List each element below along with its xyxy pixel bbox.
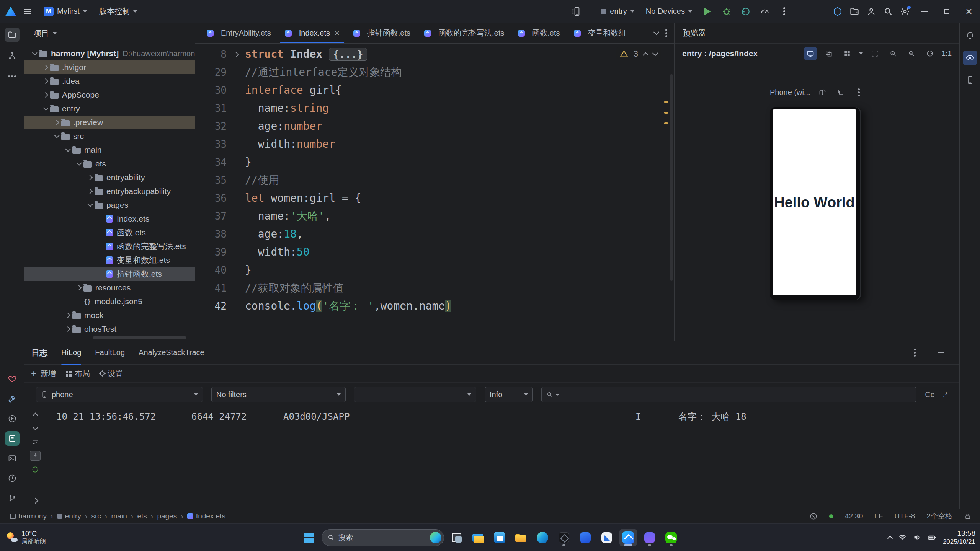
log-entries[interactable]: 10-21 13:56:46.5726644-24772A03d00/JSAPP… [46, 406, 959, 509]
code-text[interactable]: width:50 [245, 246, 310, 258]
device-assistant-icon[interactable] [963, 73, 977, 87]
previewer-header[interactable]: 预览器 [675, 23, 959, 44]
project-panel-header[interactable]: 项目 [24, 23, 195, 44]
version-control-tool-icon[interactable] [5, 491, 20, 505]
inspection-widget[interactable]: 3 [616, 47, 661, 60]
tree-item[interactable]: 函数.ets [24, 226, 195, 240]
problems-tool-icon[interactable] [5, 471, 20, 486]
settings-gear-icon[interactable] [897, 3, 913, 20]
notifications-bell-icon[interactable] [963, 28, 977, 43]
terminal-tool-icon[interactable] [5, 451, 20, 466]
tree-chevron-icon[interactable] [41, 74, 50, 88]
tree-item[interactable]: src [24, 129, 195, 143]
tree-chevron-icon[interactable] [30, 47, 39, 60]
project-tool-icon[interactable] [5, 28, 20, 42]
module-selector[interactable]: entry [596, 4, 639, 19]
close-button[interactable]: × [958, 0, 980, 23]
hilog-tool-icon[interactable] [5, 431, 20, 446]
volume-icon[interactable] [913, 533, 921, 541]
minimize-button[interactable] [913, 0, 936, 23]
breadcrumb-item[interactable]: entry [57, 512, 81, 520]
tree-item[interactable]: main [24, 143, 195, 157]
code-text[interactable]: interface girl{ [245, 84, 342, 96]
taskbar-app-indigo-app[interactable] [641, 529, 658, 546]
vcs-widget[interactable]: 版本控制 [95, 4, 142, 19]
zoom-in-icon[interactable] [905, 47, 918, 60]
code-editor[interactable]: 8struct Index {...}29//通过interface定义对象结构… [195, 44, 674, 341]
wifi-icon[interactable] [898, 533, 906, 541]
tree-item[interactable]: entrybackupability [24, 184, 195, 198]
breadcrumb-item[interactable]: src [91, 512, 101, 520]
tree-item[interactable]: {}module.json5 [24, 295, 195, 308]
debug-button[interactable] [718, 3, 735, 20]
code-text[interactable]: //通过interface定义对象结构 [245, 65, 402, 80]
log-options-icon[interactable] [908, 346, 921, 359]
previewer-tool-icon[interactable] [963, 51, 977, 65]
tree-chevron-icon[interactable] [74, 157, 83, 171]
code-text[interactable]: age:18, [245, 228, 303, 240]
taskbar-app-edge[interactable] [534, 529, 551, 546]
more-tool-windows-icon[interactable] [5, 69, 20, 83]
file-encoding[interactable]: UTF-8 [895, 512, 915, 520]
previous-issue-icon[interactable] [643, 52, 649, 58]
tree-chevron-icon[interactable] [63, 322, 72, 336]
copy-icon[interactable] [834, 86, 847, 99]
taskbar-clock[interactable]: 13:58 2025/10/21 [943, 529, 975, 546]
rotate-device-icon[interactable] [816, 86, 829, 99]
tree-chevron-icon[interactable] [85, 171, 95, 184]
gear-action-button[interactable]: 设置 [100, 368, 123, 379]
tree-item[interactable]: 变量和数组.ets [24, 253, 195, 267]
zoom-ratio[interactable]: 1:1 [942, 49, 952, 58]
device-file-browser-icon[interactable] [846, 3, 863, 20]
hot-reload-button[interactable] [737, 3, 754, 20]
device-options-icon[interactable] [853, 86, 866, 99]
plus-action-button[interactable]: 新增 [30, 368, 56, 379]
collapse-gutter-icon[interactable] [30, 496, 41, 505]
tree-item[interactable]: mock [24, 308, 195, 322]
taskbar-search[interactable]: 搜索 [322, 529, 444, 546]
more-actions-icon[interactable] [776, 3, 792, 20]
soft-wrap-icon[interactable] [30, 437, 41, 447]
taskbar-app-deveco-studio[interactable] [619, 529, 637, 546]
code-text[interactable]: //使用 [245, 173, 279, 187]
hidden-icons-chevron[interactable] [887, 536, 893, 541]
taskbar-app-task-view[interactable] [448, 529, 466, 546]
code-text[interactable]: width:number [245, 138, 335, 150]
tree-item[interactable]: ets [24, 157, 195, 171]
regex-toggle[interactable]: .* [943, 390, 948, 399]
tree-item[interactable]: pages [24, 198, 195, 212]
taskbar-app-store[interactable] [491, 529, 508, 546]
device-filter-select[interactable]: phone [36, 387, 203, 402]
tree-chevron-icon[interactable] [52, 116, 61, 129]
tab-options-icon[interactable] [665, 32, 667, 34]
tree-chevron-icon[interactable] [63, 143, 72, 157]
weather-widget[interactable]: 10°C 局部晴朗 [6, 530, 46, 545]
taskbar-app-folder[interactable] [512, 529, 530, 546]
start-button[interactable] [300, 529, 318, 546]
clear-log-icon[interactable] [30, 465, 41, 474]
tree-chevron-icon[interactable] [41, 102, 50, 116]
code-text[interactable]: age:number [245, 120, 322, 132]
tree-item[interactable]: .idea [24, 74, 195, 88]
run-button[interactable] [699, 3, 716, 20]
level-filter-select[interactable]: Info [485, 387, 533, 402]
next-issue-icon[interactable] [652, 50, 658, 56]
phone-screen[interactable]: Hello World [773, 109, 856, 295]
taskbar-app-white-app[interactable] [598, 529, 616, 546]
tree-item[interactable]: .hvigor [24, 60, 195, 74]
log-filter-select[interactable]: No filters [211, 387, 346, 402]
code-text[interactable]: } [245, 264, 252, 276]
code-text[interactable]: let women:girl = { [245, 192, 361, 204]
indent-setting[interactable]: 2个空格 [926, 511, 952, 521]
zoom-out-icon[interactable] [887, 47, 900, 60]
frame-icon[interactable] [868, 47, 881, 60]
scroll-to-end-icon[interactable] [30, 451, 41, 461]
inspect-mode-icon[interactable] [804, 47, 817, 60]
log-search-input[interactable] [541, 387, 916, 402]
tree-chevron-icon[interactable] [41, 60, 50, 74]
breadcrumb-item[interactable]: Index.ets [187, 512, 225, 520]
tree-item[interactable]: harmony [Myfirst]D:\huaweixm\harmony [24, 47, 195, 60]
tree-item[interactable]: Index.ets [24, 212, 195, 226]
warning-stripe-mark[interactable] [664, 112, 668, 114]
profiler-tool-icon[interactable] [5, 372, 20, 386]
